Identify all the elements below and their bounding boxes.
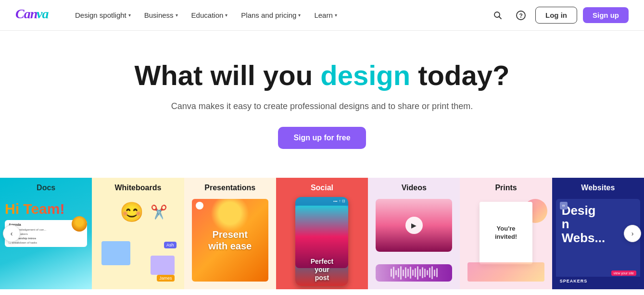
nav-plans-pricing[interactable]: Plans and pricing ▾: [235, 7, 306, 23]
wb-rect-purple: [151, 256, 175, 275]
signup-for-free-button[interactable]: Sign up for free: [278, 127, 366, 149]
canva-logo[interactable]: Can va: [15, 6, 54, 25]
card-presentations-label: Presentations: [184, 178, 276, 198]
nav-design-spotlight[interactable]: Design spotlight ▾: [69, 7, 137, 23]
nav-links: Design spotlight ▾ Business ▾ Education …: [69, 7, 489, 23]
wb-emoji-smiley: 😊: [120, 201, 144, 223]
card-social-label: Social: [276, 178, 368, 198]
svg-text:?: ?: [519, 12, 523, 19]
websites-big-text: DesignWebs...: [556, 199, 640, 250]
websites-cta-badge: view your site: [611, 270, 636, 276]
card-whiteboards-label: Whiteboards: [92, 178, 184, 198]
social-phone-bar: •••↑⊡: [295, 197, 348, 206]
docs-hi-text: Hi Team!: [5, 201, 64, 217]
search-button[interactable]: [489, 7, 506, 24]
nav-business[interactable]: Business ▾: [139, 7, 184, 23]
card-whiteboards[interactable]: Whiteboards 😊 ✂️ Ash James: [92, 178, 184, 289]
card-websites-label: Websites: [552, 178, 644, 198]
docs-avatar: [72, 216, 87, 232]
wb-ash-badge: Ash: [164, 242, 177, 248]
svg-text:va: va: [37, 6, 49, 21]
chevron-icon: ▾: [298, 12, 301, 18]
social-overlay-text: Perfectyourpost: [295, 258, 348, 282]
presentations-preview: Presentwith ease: [192, 199, 268, 282]
svg-text:Can: Can: [15, 6, 38, 21]
nav-actions: ? Log in Sign up: [489, 7, 629, 24]
svg-line-3: [499, 16, 502, 19]
prints-invite-text: You'reinvited!: [495, 225, 517, 241]
signup-button[interactable]: Sign up: [583, 7, 629, 23]
template-cards-section: ‹ Docs Hi Team! Agenda ☐ Acknowledgement…: [0, 178, 644, 289]
carousel-prev-button[interactable]: ‹: [3, 225, 20, 242]
videos-waveform: [376, 264, 452, 282]
wb-rect-blue: [101, 241, 130, 265]
play-button[interactable]: ▶: [405, 217, 423, 234]
videos-play-overlay: ▶: [376, 199, 452, 252]
chevron-icon: ▾: [176, 12, 178, 18]
nav-learn[interactable]: Learn ▾: [308, 7, 342, 23]
nav-education[interactable]: Education ▾: [186, 7, 234, 23]
hero-title: What will you design today?: [10, 60, 634, 92]
card-social[interactable]: Social •••↑⊡ Perfectyourpost: [276, 178, 368, 289]
card-videos[interactable]: Videos ▶: [368, 178, 460, 289]
hero-subtitle: Canva makes it easy to create profession…: [10, 101, 634, 111]
websites-speakers-label: SPEAKERS: [556, 277, 640, 285]
card-prints[interactable]: Prints You'reinvited!: [460, 178, 552, 289]
card-docs-label: Docs: [0, 178, 92, 198]
hero-section: What will you design today? Canva makes …: [0, 31, 644, 168]
prints-bottom-decoration: [467, 262, 544, 282]
websites-logo: w: [560, 202, 568, 209]
wb-emoji-scissors: ✂️: [151, 204, 167, 220]
chevron-icon: ▾: [225, 12, 227, 18]
chevron-icon: ▾: [128, 12, 131, 18]
carousel-next-button[interactable]: ›: [624, 225, 641, 242]
card-presentations[interactable]: Presentations Presentwith ease: [184, 178, 276, 289]
chevron-icon: ▾: [335, 12, 337, 18]
wb-james-badge: James: [157, 275, 175, 282]
help-button[interactable]: ?: [512, 7, 530, 24]
card-prints-label: Prints: [460, 178, 552, 198]
social-phone-preview: •••↑⊡ Perfectyourpost: [295, 197, 348, 286]
websites-preview: w DesignWebs... view your site SPEAKERS: [556, 199, 640, 285]
pres-overlay-text: Presentwith ease: [208, 229, 252, 252]
card-videos-label: Videos: [368, 178, 460, 198]
navbar: Can va Design spotlight ▾ Business ▾ Edu…: [0, 0, 644, 31]
pres-canva-logo: [196, 202, 203, 209]
prints-invite-card: You'reinvited!: [480, 202, 532, 264]
waveform-bars: [387, 264, 442, 282]
login-button[interactable]: Log in: [535, 7, 577, 24]
cards-container: Docs Hi Team! Agenda ☐ Acknowledgement o…: [0, 178, 644, 289]
pres-sun-decoration: [211, 199, 249, 233]
